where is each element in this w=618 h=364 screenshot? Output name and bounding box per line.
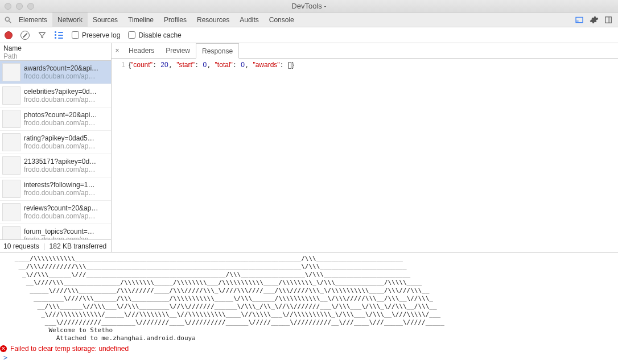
json-key-awards: "awards" [253,61,279,69]
request-path: frodo.douban.com/ap… [24,142,95,150]
tab-resources[interactable]: Resources [192,13,234,27]
requests-header: Name Path [0,43,111,61]
preserve-log-checkbox[interactable]: Preserve log [72,31,120,39]
request-thumbnail [2,180,20,198]
request-path: frodo.douban.com/ap… [24,212,98,220]
subtab-headers[interactable]: Headers [123,43,160,59]
requests-panel: Name Path awards?count=20&api…frodo.doub… [0,43,112,252]
preserve-log-label: Preserve log [82,31,120,39]
request-name: celebrities?apikey=0d… [24,88,97,96]
tab-sources[interactable]: Sources [88,13,123,27]
json-val-count: 20 [160,61,168,69]
request-name: interests?following=1… [24,181,95,189]
clear-button[interactable] [20,31,30,40]
request-path: frodo.douban.com/ap… [24,166,96,173]
console-output[interactable]: ____/\\\\\\\\\\\________________________… [0,252,618,344]
json-key-count: "count" [131,61,153,69]
devtools-tabs: ElementsNetworkSourcesTimelineProfilesRe… [0,13,618,27]
console-drawer-icon[interactable] [575,16,584,24]
request-name: reviews?count=20&ap… [24,204,98,212]
preserve-log-input[interactable] [72,31,79,39]
request-row[interactable]: awards?count=20&api…frodo.douban.com/ap… [0,61,111,84]
console-prompt[interactable]: > [0,353,618,364]
line-number: 1 [115,60,125,70]
request-name: photos?count=20&api… [24,111,97,119]
settings-gear-icon[interactable] [590,15,599,24]
request-row[interactable]: photos?count=20&api…frodo.douban.com/ap… [0,107,111,131]
console-error-text: Failed to clear temp storage: undefined [10,345,129,353]
disable-cache-input[interactable] [128,31,135,39]
dock-side-icon[interactable] [604,16,612,24]
request-thumbnail [2,110,20,128]
disable-cache-label: Disable cache [138,31,181,39]
request-thumbnail [2,226,20,239]
tab-profiles[interactable]: Profiles [159,13,192,27]
console-error-line: ✕ Failed to clear temp storage: undefine… [0,344,618,353]
tab-console[interactable]: Console [264,13,299,27]
disable-cache-checkbox[interactable]: Disable cache [128,31,181,39]
tab-timeline[interactable]: Timeline [123,13,159,27]
response-subtabs: × HeadersPreviewResponse [112,43,618,59]
request-row[interactable]: rating?apikey=0dad5…frodo.douban.com/ap… [0,131,111,154]
subtab-response[interactable]: Response [196,43,239,59]
request-path: frodo.douban.com/ap… [24,189,95,197]
request-thumbnail [2,133,20,151]
subtab-preview[interactable]: Preview [160,43,196,59]
request-name: 21335171?apikey=0d… [24,158,96,166]
request-thumbnail [2,86,20,105]
request-row[interactable]: interests?following=1…frodo.douban.com/a… [0,177,111,201]
json-val-start: 0 [203,61,207,69]
request-row[interactable]: celebrities?apikey=0d…frodo.douban.com/a… [0,84,111,107]
view-list-icon[interactable] [55,31,64,40]
json-val-total: 0 [241,61,245,69]
tab-network[interactable]: Network [52,13,88,27]
svg-line-1 [9,20,11,23]
tab-elements[interactable]: Elements [14,13,52,27]
request-row[interactable]: 21335171?apikey=0d…frodo.douban.com/ap… [0,154,111,177]
requests-transferred: 182 KB transferred [50,242,107,250]
filter-icon[interactable] [38,31,47,40]
record-button[interactable] [5,31,13,39]
request-thumbnail [2,156,20,175]
json-key-start: "start" [176,61,195,69]
response-body[interactable]: 1{"count": 20, "start": 0, "total": 0, "… [112,59,618,252]
json-key-total: "total" [215,61,233,69]
close-details-icon[interactable]: × [112,47,123,55]
error-icon: ✕ [0,345,7,352]
requests-footer: 10 requests | 182 KB transferred [0,239,111,252]
svg-rect-2 [605,16,612,23]
request-row[interactable]: reviews?count=20&ap…frodo.douban.com/ap… [0,201,111,224]
window-titlebar: DevTools - [0,0,618,13]
json-val-awards: [] [288,61,292,69]
request-thumbnail [2,63,20,81]
request-path: frodo.douban.com/ap… [24,72,98,80]
network-toolbar: Preserve log Disable cache [0,27,618,43]
request-name: forum_topics?count=… [24,228,95,235]
details-panel: × HeadersPreviewResponse 1{"count": 20, … [112,43,618,252]
request-row[interactable]: forum_topics?count=…frodo.douban.com/ap… [0,224,111,239]
window-title: DevTools - [0,2,618,10]
request-thumbnail [2,203,20,221]
svg-point-0 [5,17,9,21]
request-name: awards?count=20&api… [24,64,98,72]
col-name: Name [3,44,108,52]
search-icon[interactable] [3,15,13,24]
requests-list[interactable]: awards?count=20&api…frodo.douban.com/ap…… [0,61,111,239]
request-path: frodo.douban.com/ap… [24,96,97,104]
json-brace-close: } [292,61,294,69]
tab-audits[interactable]: Audits [234,13,263,27]
request-name: rating?apikey=0dad5… [24,134,95,142]
col-path: Path [3,52,108,60]
request-path: frodo.douban.com/ap… [24,235,95,239]
request-path: frodo.douban.com/ap… [24,119,97,127]
requests-count: 10 requests [3,242,39,250]
